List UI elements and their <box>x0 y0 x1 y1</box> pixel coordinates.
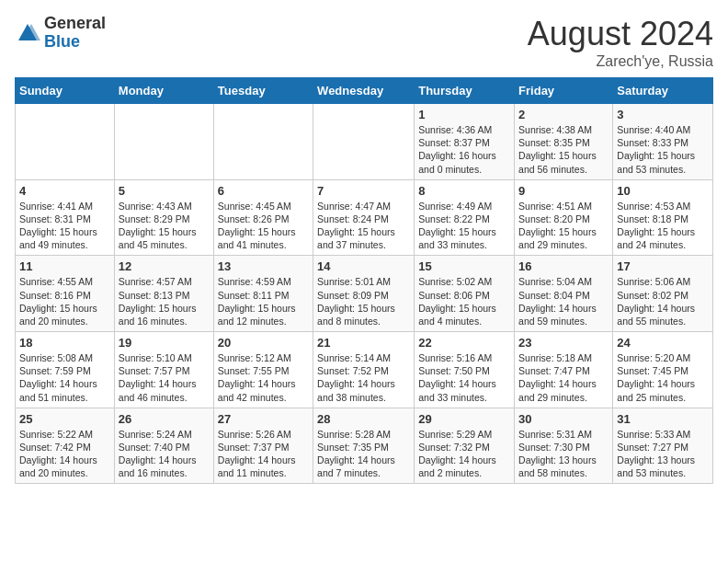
logo-text: General Blue <box>44 15 106 52</box>
header-day-friday: Friday <box>515 78 613 104</box>
day-detail: Sunrise: 5:20 AM Sunset: 7:45 PM Dayligh… <box>617 351 709 404</box>
day-cell: 6Sunrise: 4:45 AM Sunset: 8:26 PM Daylig… <box>213 179 313 256</box>
day-number: 24 <box>617 336 709 350</box>
header-day-wednesday: Wednesday <box>313 78 415 104</box>
calendar-body: 1Sunrise: 4:36 AM Sunset: 8:37 PM Daylig… <box>16 104 713 484</box>
day-detail: Sunrise: 5:08 AM Sunset: 7:59 PM Dayligh… <box>19 351 110 404</box>
day-detail: Sunrise: 5:02 AM Sunset: 8:06 PM Dayligh… <box>418 275 510 327</box>
day-detail: Sunrise: 4:51 AM Sunset: 8:20 PM Dayligh… <box>518 200 609 252</box>
day-number: 6 <box>218 184 309 198</box>
day-cell: 2Sunrise: 4:38 AM Sunset: 8:35 PM Daylig… <box>515 104 613 180</box>
day-cell: 12Sunrise: 4:57 AM Sunset: 8:13 PM Dayli… <box>114 256 213 332</box>
day-detail: Sunrise: 4:43 AM Sunset: 8:29 PM Dayligh… <box>119 200 210 252</box>
day-detail: Sunrise: 5:28 AM Sunset: 7:35 PM Dayligh… <box>317 428 410 480</box>
logo: General Blue <box>15 15 106 52</box>
page-header: General Blue August 2024 Zarech'ye, Russ… <box>15 15 713 70</box>
day-number: 7 <box>317 184 410 198</box>
day-number: 10 <box>617 184 709 198</box>
header-day-tuesday: Tuesday <box>213 78 313 104</box>
day-detail: Sunrise: 4:40 AM Sunset: 8:33 PM Dayligh… <box>617 123 709 176</box>
logo-blue-text: Blue <box>44 33 106 52</box>
header-day-thursday: Thursday <box>415 78 515 104</box>
day-cell: 29Sunrise: 5:29 AM Sunset: 7:32 PM Dayli… <box>415 408 515 484</box>
day-detail: Sunrise: 4:49 AM Sunset: 8:22 PM Dayligh… <box>418 200 510 252</box>
day-detail: Sunrise: 5:33 AM Sunset: 7:27 PM Dayligh… <box>617 428 709 480</box>
day-number: 4 <box>19 184 110 198</box>
day-cell: 20Sunrise: 5:12 AM Sunset: 7:55 PM Dayli… <box>213 332 313 408</box>
day-detail: Sunrise: 5:10 AM Sunset: 7:57 PM Dayligh… <box>119 351 210 404</box>
day-cell: 14Sunrise: 5:01 AM Sunset: 8:09 PM Dayli… <box>313 256 415 332</box>
header-day-monday: Monday <box>114 78 213 104</box>
day-number: 29 <box>418 412 510 426</box>
calendar-header: SundayMondayTuesdayWednesdayThursdayFrid… <box>16 78 713 104</box>
day-number: 9 <box>518 184 609 198</box>
day-cell: 26Sunrise: 5:24 AM Sunset: 7:40 PM Dayli… <box>114 408 213 484</box>
day-detail: Sunrise: 5:26 AM Sunset: 7:37 PM Dayligh… <box>218 428 309 480</box>
day-cell: 25Sunrise: 5:22 AM Sunset: 7:42 PM Dayli… <box>16 408 115 484</box>
day-number: 16 <box>518 259 609 273</box>
logo-icon <box>15 20 40 46</box>
day-cell: 15Sunrise: 5:02 AM Sunset: 8:06 PM Dayli… <box>415 256 515 332</box>
day-number: 25 <box>19 412 110 426</box>
day-number: 22 <box>418 336 510 350</box>
day-cell: 21Sunrise: 5:14 AM Sunset: 7:52 PM Dayli… <box>313 332 415 408</box>
day-detail: Sunrise: 4:57 AM Sunset: 8:13 PM Dayligh… <box>119 275 210 327</box>
day-detail: Sunrise: 5:29 AM Sunset: 7:32 PM Dayligh… <box>418 428 510 480</box>
day-cell: 4Sunrise: 4:41 AM Sunset: 8:31 PM Daylig… <box>16 179 115 256</box>
day-cell: 18Sunrise: 5:08 AM Sunset: 7:59 PM Dayli… <box>16 332 115 408</box>
day-cell <box>16 104 115 180</box>
day-detail: Sunrise: 5:22 AM Sunset: 7:42 PM Dayligh… <box>19 428 110 480</box>
day-number: 1 <box>418 108 510 121</box>
day-detail: Sunrise: 4:47 AM Sunset: 8:24 PM Dayligh… <box>317 200 410 252</box>
day-number: 31 <box>617 412 709 426</box>
calendar-table: SundayMondayTuesdayWednesdayThursdayFrid… <box>15 77 713 484</box>
day-cell: 13Sunrise: 4:59 AM Sunset: 8:11 PM Dayli… <box>213 256 313 332</box>
day-detail: Sunrise: 5:12 AM Sunset: 7:55 PM Dayligh… <box>218 351 309 404</box>
day-cell: 24Sunrise: 5:20 AM Sunset: 7:45 PM Dayli… <box>613 332 713 408</box>
week-row-3: 11Sunrise: 4:55 AM Sunset: 8:16 PM Dayli… <box>16 256 713 332</box>
day-number: 30 <box>518 412 609 426</box>
day-cell: 17Sunrise: 5:06 AM Sunset: 8:02 PM Dayli… <box>613 256 713 332</box>
day-number: 28 <box>317 412 410 426</box>
day-detail: Sunrise: 4:45 AM Sunset: 8:26 PM Dayligh… <box>218 200 309 252</box>
day-cell: 1Sunrise: 4:36 AM Sunset: 8:37 PM Daylig… <box>415 104 515 180</box>
day-number: 23 <box>518 336 609 350</box>
day-cell: 10Sunrise: 4:53 AM Sunset: 8:18 PM Dayli… <box>613 179 713 256</box>
day-number: 13 <box>218 259 309 273</box>
day-number: 2 <box>518 108 609 121</box>
day-number: 27 <box>218 412 309 426</box>
day-detail: Sunrise: 5:14 AM Sunset: 7:52 PM Dayligh… <box>317 351 410 404</box>
day-number: 14 <box>317 259 410 273</box>
day-cell <box>213 104 313 180</box>
day-detail: Sunrise: 5:18 AM Sunset: 7:47 PM Dayligh… <box>518 351 609 404</box>
header-day-sunday: Sunday <box>16 78 115 104</box>
title-block: August 2024 Zarech'ye, Russia <box>528 15 713 70</box>
week-row-1: 1Sunrise: 4:36 AM Sunset: 8:37 PM Daylig… <box>16 104 713 180</box>
day-cell: 7Sunrise: 4:47 AM Sunset: 8:24 PM Daylig… <box>313 179 415 256</box>
day-number: 15 <box>418 259 510 273</box>
day-cell <box>313 104 415 180</box>
day-detail: Sunrise: 4:38 AM Sunset: 8:35 PM Dayligh… <box>518 123 609 176</box>
day-number: 18 <box>19 336 110 350</box>
day-cell: 28Sunrise: 5:28 AM Sunset: 7:35 PM Dayli… <box>313 408 415 484</box>
day-cell: 8Sunrise: 4:49 AM Sunset: 8:22 PM Daylig… <box>415 179 515 256</box>
day-number: 21 <box>317 336 410 350</box>
day-number: 12 <box>119 259 210 273</box>
day-number: 17 <box>617 259 709 273</box>
day-cell: 3Sunrise: 4:40 AM Sunset: 8:33 PM Daylig… <box>613 104 713 180</box>
header-row: SundayMondayTuesdayWednesdayThursdayFrid… <box>16 78 713 104</box>
day-detail: Sunrise: 4:41 AM Sunset: 8:31 PM Dayligh… <box>19 200 110 252</box>
day-cell: 16Sunrise: 5:04 AM Sunset: 8:04 PM Dayli… <box>515 256 613 332</box>
day-number: 11 <box>19 259 110 273</box>
day-cell: 9Sunrise: 4:51 AM Sunset: 8:20 PM Daylig… <box>515 179 613 256</box>
day-detail: Sunrise: 5:04 AM Sunset: 8:04 PM Dayligh… <box>518 275 609 327</box>
day-cell: 19Sunrise: 5:10 AM Sunset: 7:57 PM Dayli… <box>114 332 213 408</box>
day-cell: 30Sunrise: 5:31 AM Sunset: 7:30 PM Dayli… <box>515 408 613 484</box>
day-number: 8 <box>418 184 510 198</box>
day-cell: 31Sunrise: 5:33 AM Sunset: 7:27 PM Dayli… <box>613 408 713 484</box>
week-row-2: 4Sunrise: 4:41 AM Sunset: 8:31 PM Daylig… <box>16 179 713 256</box>
day-cell: 27Sunrise: 5:26 AM Sunset: 7:37 PM Dayli… <box>213 408 313 484</box>
day-number: 3 <box>617 108 709 121</box>
day-cell: 22Sunrise: 5:16 AM Sunset: 7:50 PM Dayli… <box>415 332 515 408</box>
day-number: 5 <box>119 184 210 198</box>
